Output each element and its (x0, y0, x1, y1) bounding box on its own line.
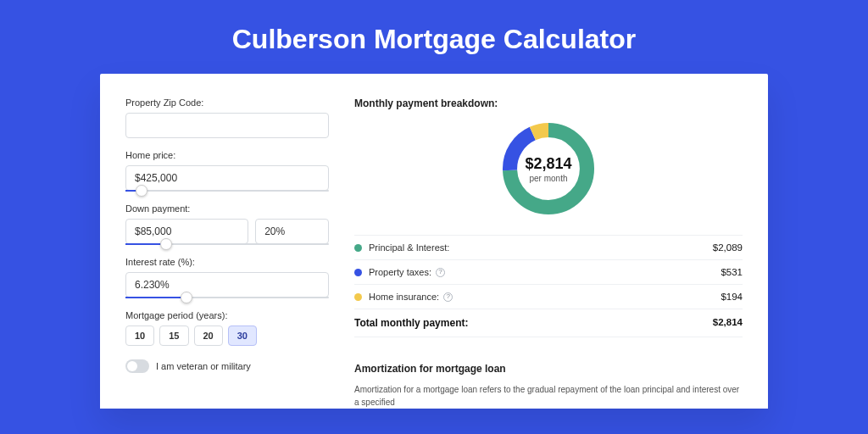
down-payment-label: Down payment: (125, 203, 329, 214)
legend-label: Home insurance: ? (369, 292, 721, 302)
legend-value: $194 (721, 292, 743, 302)
breakdown-column: Monthly payment breakdown: $2,814 per mo… (354, 97, 743, 409)
period-option-10[interactable]: 10 (125, 326, 154, 346)
down-payment-slider[interactable] (125, 243, 329, 245)
slider-thumb-icon[interactable] (160, 238, 172, 250)
zip-input[interactable] (125, 113, 329, 138)
info-icon[interactable]: ? (443, 292, 453, 302)
field-home-price: Home price: (125, 150, 329, 192)
period-options: 10 15 20 30 (125, 326, 329, 346)
slider-thumb-icon[interactable] (181, 292, 192, 303)
legend-value: $531 (721, 267, 743, 277)
field-mortgage-period: Mortgage period (years): 10 15 20 30 (125, 310, 329, 346)
veteran-toggle[interactable] (125, 359, 149, 373)
slider-thumb-icon[interactable] (136, 185, 147, 197)
donut-amount: $2,814 (525, 155, 571, 173)
donut-sublabel: per month (529, 174, 567, 183)
veteran-label: I am veteran or military (156, 361, 251, 371)
interest-rate-slider[interactable] (125, 297, 329, 298)
home-price-input[interactable] (125, 165, 329, 191)
period-option-15[interactable]: 15 (159, 326, 188, 346)
page-title: Culberson Mortgage Calculator (0, 0, 868, 74)
interest-rate-label: Interest rate (%): (125, 257, 329, 267)
info-icon[interactable]: ? (436, 268, 445, 277)
donut-chart: $2,814 per month (498, 118, 599, 220)
legend-value: $2,089 (713, 242, 743, 253)
calculator-panel: Property Zip Code: Home price: Down paym… (100, 74, 768, 409)
down-payment-amount-input[interactable] (125, 219, 248, 244)
period-option-30[interactable]: 30 (228, 326, 257, 346)
amortization-section: Amortization for mortgage loan Amortizat… (354, 353, 743, 409)
legend-label: Property taxes: ? (369, 267, 721, 277)
legend-dot-icon (354, 293, 362, 301)
legend-row-taxes: Property taxes: ? $531 (354, 259, 743, 284)
interest-rate-input[interactable] (125, 272, 329, 298)
field-interest-rate: Interest rate (%): (125, 257, 329, 298)
period-option-20[interactable]: 20 (194, 326, 223, 346)
amortization-body: Amortization for a mortgage loan refers … (354, 383, 743, 409)
home-price-label: Home price: (125, 150, 329, 160)
legend-row-principal: Principal & Interest: $2,089 (354, 235, 743, 259)
total-label: Total monthly payment: (354, 317, 713, 329)
legend-label: Principal & Interest: (369, 242, 713, 253)
breakdown-title: Monthly payment breakdown: (354, 97, 743, 109)
total-row: Total monthly payment: $2,814 (354, 309, 743, 337)
zip-label: Property Zip Code: (125, 97, 329, 108)
field-down-payment: Down payment: (125, 203, 329, 245)
inputs-column: Property Zip Code: Home price: Down paym… (125, 97, 329, 409)
field-zip: Property Zip Code: (125, 97, 329, 138)
veteran-row: I am veteran or military (125, 359, 329, 373)
legend-row-insurance: Home insurance: ? $194 (354, 284, 743, 309)
amortization-title: Amortization for mortgage loan (354, 363, 743, 375)
down-payment-percent-input[interactable] (255, 219, 329, 244)
total-value: $2,814 (713, 317, 743, 329)
legend-dot-icon (354, 269, 362, 276)
mortgage-period-label: Mortgage period (years): (125, 310, 329, 320)
legend-dot-icon (354, 244, 362, 252)
home-price-slider[interactable] (125, 190, 329, 192)
